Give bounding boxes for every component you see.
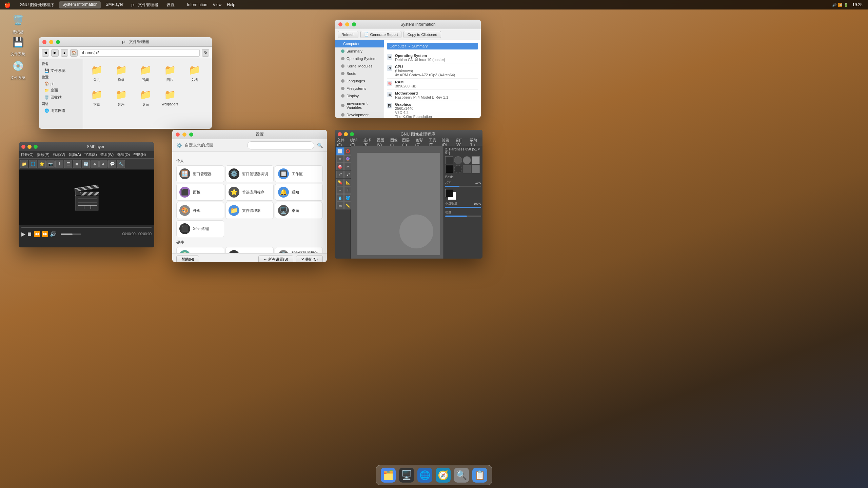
settings-search-input[interactable] (247, 141, 314, 149)
menu-tab-settings[interactable]: 设置 (163, 1, 178, 8)
fm-forward-btn[interactable]: ▶ (51, 49, 59, 57)
settings-item-wm-tweaks[interactable]: ⚙️ 窗口管理器调调 (225, 165, 273, 182)
active-app-menu-view[interactable]: View (213, 2, 221, 7)
sysinfo-sidebar-boots[interactable]: Boots (335, 70, 384, 77)
gimp-max-btn[interactable] (350, 132, 354, 136)
file-manager-max-btn[interactable] (56, 40, 60, 44)
dock-item-files[interactable]: 🗂️ (381, 468, 396, 483)
gimp-tool-heal[interactable]: 💊 (336, 179, 344, 186)
dock-item-browser[interactable]: 🌐 (417, 468, 432, 483)
settings-reset-btn[interactable]: ← 所有设置(S) (258, 256, 293, 262)
gimp-brush-5[interactable] (445, 165, 453, 173)
settings-item-keyboard[interactable]: ⌘ 键盘 (225, 247, 273, 253)
gimp-tool-gradient[interactable]: ▭ (336, 202, 344, 209)
fm-home-btn[interactable]: 🏠 (70, 49, 78, 57)
sysinfo-sidebar-display[interactable]: Display (335, 92, 384, 100)
menu-tab-sysinfo[interactable]: System Information (59, 1, 101, 8)
fm-sidebar-pi[interactable]: 🏠 pi (39, 80, 83, 87)
dock-item-desktop[interactable]: 📋 (472, 468, 487, 483)
smplayer-menu-options[interactable]: 选项(O) (117, 152, 130, 157)
smplayer-menu-subtitle[interactable]: 字幕(S) (84, 152, 97, 157)
sysinfo-sidebar-development[interactable]: Development (335, 111, 384, 118)
fm-item-videos[interactable]: 📁 视频 (135, 62, 156, 84)
sysinfo-sidebar-envvars[interactable]: Environment Variables (335, 100, 384, 111)
gimp-min-btn[interactable] (344, 132, 348, 136)
smplayer-refresh-btn[interactable]: 🔄 (82, 160, 90, 168)
fm-item-pictures[interactable]: 📁 图片 (159, 62, 181, 84)
smplayer-menu-audio[interactable]: 音频(A) (68, 152, 81, 157)
settings-item-notifications[interactable]: 🔔 通知 (275, 184, 323, 201)
settings-item-preferred-apps[interactable]: ⭐ 首选应用程序 (225, 184, 273, 201)
fm-item-documents[interactable]: 📁 文档 (183, 62, 205, 84)
gimp-canvas[interactable] (357, 153, 440, 255)
dock-item-terminal[interactable]: 🖥️ (399, 468, 414, 483)
gimp-menu-window[interactable]: 窗口(W) (455, 138, 467, 147)
gimp-menu-colors[interactable]: 色彩(C) (415, 138, 426, 147)
gimp-tool-paths[interactable]: 🖊 (336, 171, 344, 178)
gimp-tool-color-select[interactable]: 🎯 (336, 163, 344, 170)
smplayer-playlist-btn[interactable]: ☰ (64, 160, 72, 168)
fm-sidebar-browse-network[interactable]: 🌐 浏览网络 (39, 107, 83, 114)
smplayer-video-area[interactable]: 🎬 (19, 169, 154, 225)
settings-item-removable[interactable]: 💽 移动驱动器和介质 (275, 247, 323, 253)
smplayer-record-btn[interactable]: ⏺ (73, 160, 81, 168)
smplayer-menu-help[interactable]: 帮助(H) (133, 152, 146, 157)
fm-item-downloads[interactable]: 📁 下载 (86, 86, 107, 108)
gimp-menu-file[interactable]: 文件(F) (337, 138, 348, 147)
fm-path-bar[interactable]: /home/pi/ (80, 49, 200, 57)
gimp-brush-6[interactable] (454, 165, 462, 173)
settings-search-icon[interactable]: 🔍 (317, 143, 323, 148)
dock-item-search[interactable]: 🔍 (454, 468, 469, 483)
smplayer-seekbar[interactable] (21, 227, 152, 228)
gimp-color-swatch[interactable] (445, 189, 456, 200)
settings-item-wm[interactable]: 🪟 窗口管理器 (176, 165, 224, 182)
sysinfo-close-btn[interactable] (338, 22, 342, 26)
smplayer-min-btn[interactable] (27, 145, 32, 149)
smplayer-menu-open[interactable]: 打开(O) (21, 152, 34, 157)
settings-item-desktop[interactable]: 🖥️ 桌面 (275, 202, 323, 219)
smplayer-screenshot-btn[interactable]: 📷 (46, 160, 55, 168)
settings-item-power[interactable]: 🔋 电源管理器 (176, 247, 224, 253)
settings-item-filemanager[interactable]: 📁 文件管理器 (225, 202, 273, 219)
sysinfo-max-btn[interactable] (352, 22, 356, 26)
sysinfo-sidebar-os[interactable]: Operating System (335, 55, 384, 62)
desktop-icon-filesystem[interactable]: 💾 文件系统 (6, 34, 30, 57)
gimp-menu-filters[interactable]: 滤镜(R) (442, 138, 453, 147)
gimp-menu-help[interactable]: 帮助(H) (470, 138, 480, 147)
settings-max-btn[interactable] (189, 133, 193, 137)
fm-item-templates[interactable]: 📁 模板 (110, 62, 132, 84)
sysinfo-refresh-btn[interactable]: Refresh (338, 31, 358, 38)
gimp-brush-2[interactable] (454, 156, 462, 164)
gimp-opacity-slider[interactable] (445, 207, 481, 208)
smplayer-stop-btn[interactable]: ⏹ (27, 231, 32, 237)
smplayer-rewind-btn[interactable]: ⏪ (34, 231, 40, 237)
sysinfo-copy-clipboard-btn[interactable]: Copy to Clipboard (403, 31, 441, 38)
fm-item-music[interactable]: 📁 音乐 (110, 86, 132, 108)
gimp-tool-colorpicker[interactable]: 💧 (336, 194, 344, 202)
menu-tab-smplayer[interactable]: SMPlayer (102, 1, 126, 8)
settings-min-btn[interactable] (182, 133, 186, 137)
smplayer-max-btn[interactable] (34, 145, 38, 149)
smplayer-frame-btn[interactable]: ⏩ (42, 231, 48, 237)
gimp-menu-layer[interactable]: 图层(L) (402, 138, 412, 147)
sysinfo-min-btn[interactable] (345, 22, 349, 26)
menu-tab-filemanager[interactable]: pi - 文件管理器 (128, 1, 162, 8)
smplayer-sub-btn[interactable]: 💬 (108, 160, 116, 168)
fm-refresh-btn[interactable]: ↻ (202, 49, 209, 57)
gimp-tool-free-select[interactable]: ✏ (336, 155, 344, 163)
sysinfo-sidebar-summary[interactable]: Summary (335, 47, 384, 55)
settings-item-workspaces[interactable]: 🔲 工作区 (275, 165, 323, 182)
smplayer-next-btn[interactable]: ⏭ (99, 160, 107, 168)
sysinfo-sidebar-filesystems[interactable]: Filesystems (335, 85, 384, 92)
menu-tab-gnu[interactable]: GNU 图像处理程序 (16, 1, 58, 8)
smplayer-menu-view[interactable]: 查看(W) (100, 152, 114, 157)
gimp-menu-select[interactable]: 选择(S) (363, 138, 374, 147)
smplayer-url-btn[interactable]: 🌐 (29, 160, 37, 168)
smplayer-volume-slider[interactable] (61, 233, 81, 235)
fm-sidebar-desktop[interactable]: 📁 桌面 (39, 87, 83, 94)
smplayer-menu-video[interactable]: 视频(V) (53, 152, 65, 157)
file-manager-min-btn[interactable] (49, 40, 53, 44)
desktop-icon-trash[interactable]: 🗑️ 废纸篓 (6, 12, 30, 35)
gimp-close-btn[interactable] (338, 132, 342, 136)
gimp-tool-rect-select[interactable]: ⬜ (336, 147, 344, 155)
